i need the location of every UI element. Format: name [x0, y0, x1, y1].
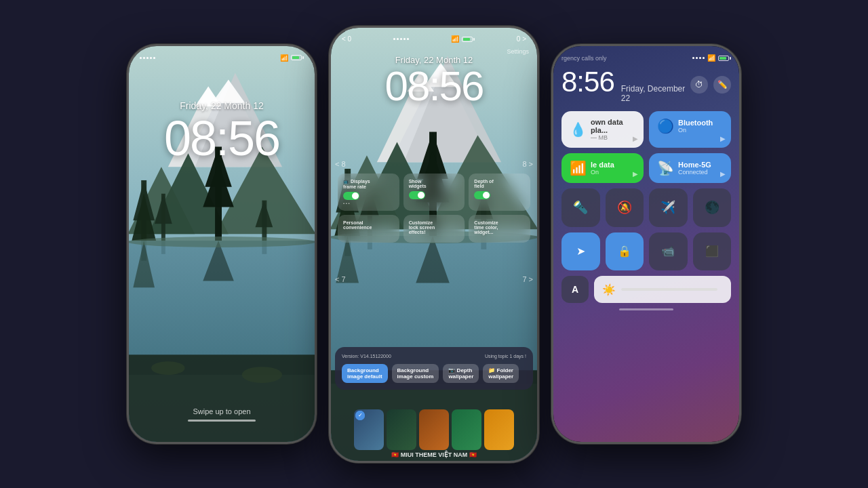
cc-silent-btn[interactable]: 🔕 [606, 188, 644, 227]
cc-bluetooth-inner: 🔵 Bluetooth On [657, 118, 723, 134]
cc-status-row: rgency calls only 📶 [561, 54, 731, 62]
lock-date: Friday, 22 Month 12 [180, 100, 263, 111]
cc-bluetooth-arrow: ▶ [720, 135, 726, 142]
widget-show-title: Showwidgets [409, 179, 460, 188]
cc-darkmode-btn[interactable]: 🌑 [693, 188, 732, 227]
cc-actions: ➤ 🔒 📹 ⬛ [561, 232, 731, 271]
version-row: Version: V14.15122000 Using topic 1 days… [342, 354, 526, 359]
widget-depth-title: Depth offield [474, 179, 525, 188]
widget-displays-title: 📺 Displaysframe rate [343, 179, 394, 189]
cc-cellular-label: own data pla... [591, 118, 635, 134]
cc-mobiledata-info: le data On [591, 161, 614, 176]
wallpaper-thumb-1[interactable]: ✓ [354, 409, 384, 450]
cc-bottom-row: A ☀️ [561, 276, 731, 303]
status-icons: 📶 [280, 54, 304, 62]
cc-time-row: 8:56 Friday, December 22 ⏱ ✏️ [561, 66, 731, 103]
widget-displays-toggle[interactable] [343, 192, 359, 200]
btn-folder[interactable]: 📁 Folderwallpaper [483, 364, 519, 383]
widget-depth-toggle[interactable] [474, 191, 490, 199]
nav-left-lower[interactable]: < 7 [335, 275, 346, 283]
nav-left-mid[interactable]: < 8 [335, 160, 346, 168]
cc-cellular-sub: — MB [591, 134, 635, 141]
widget-personal-title: Personalconvenience [343, 220, 394, 230]
miui-branding: 🇻🇳 MIUI THEME VIỆT NAM 🇻🇳 [331, 451, 537, 461]
cc-wifi-inner: 📡 Home-5G Connected [657, 160, 723, 176]
btn-bg-custom[interactable]: Backgroundimage custom [392, 364, 439, 383]
cc-mobiledata-sub: On [591, 169, 614, 176]
bottom-toolbar: Version: V14.15122000 Using topic 1 days… [335, 347, 533, 390]
cc-battery [718, 56, 731, 61]
nav-arrows-mid: < 8 8 > [331, 160, 537, 168]
brightness-slider[interactable]: ☀️ [594, 276, 731, 303]
widget-displays-dots: • • • [343, 201, 394, 205]
cc-wifi-info: Home-5G Connected [678, 161, 711, 176]
cc-bluetooth-info: Bluetooth On [678, 119, 713, 134]
brightness-icon: ☀️ [602, 283, 616, 296]
cc-wifi-arrow: ▶ [720, 170, 726, 178]
cc-cellular-icon: 💧 [570, 121, 587, 138]
cc-tile-bluetooth[interactable]: 🔵 Bluetooth On ▶ [649, 111, 731, 148]
nav-right-lower[interactable]: 7 > [522, 275, 533, 283]
control-center: rgency calls only 📶 8:56 [553, 46, 739, 442]
cc-location-btn[interactable]: ➤ [561, 232, 600, 271]
using-text: Using topic 1 days ! [485, 354, 526, 359]
cc-wifi-label: Home-5G [678, 161, 711, 169]
cc-text-size-btn[interactable]: A [561, 276, 589, 303]
cc-edit-btn[interactable]: ✏️ [713, 76, 731, 94]
lock-content: Friday, 22 Month 12 08:56 [129, 46, 315, 442]
cc-emergency: rgency calls only [561, 55, 607, 62]
widget-customize-lock-title: Customizelock screeneffects! [409, 220, 460, 235]
cc-tiles-grid: 💧 own data pla... — MB ▶ 🔵 Bluetooth [561, 111, 731, 183]
cc-screenrecord-btn[interactable]: 📹 [649, 232, 688, 271]
cc-time-wrapper: 8:56 Friday, December 22 [561, 66, 690, 103]
wifi-icon: 📶 [280, 54, 288, 62]
cc-mirror-btn[interactable]: ⬛ [693, 232, 732, 271]
cc-timer-btn[interactable]: ⏱ [690, 76, 708, 94]
cc-flashlight-btn[interactable]: 🔦 [561, 188, 600, 227]
cc-cellular-arrow: ▶ [633, 135, 638, 142]
cc-tile-mobiledata[interactable]: 📶 le data On ▶ [561, 153, 644, 183]
cc-bluetooth-label: Bluetooth [678, 119, 713, 127]
nav-arrows-lower: < 7 7 > [331, 275, 537, 283]
cc-tile-cellular[interactable]: 💧 own data pla... — MB ▶ [561, 111, 644, 148]
wallpaper-thumb-4[interactable] [452, 409, 481, 450]
cc-time-date: 8:56 Friday, December 22 [561, 66, 690, 103]
wallpaper-thumb-5[interactable] [484, 409, 514, 450]
wallpaper-thumb-3[interactable] [419, 409, 449, 450]
battery-icon-home [462, 37, 475, 42]
nav-right-mid[interactable]: 8 > [522, 160, 533, 168]
cc-rotation-btn[interactable]: 🔒 [606, 232, 644, 271]
status-icons-home: 📶 [451, 35, 475, 43]
cc-tile-wifi[interactable]: 📡 Home-5G Connected ▶ [649, 153, 731, 183]
cc-wifi-tile-icon: 📡 [657, 160, 674, 176]
widget-show-toggle[interactable] [409, 191, 425, 199]
wifi-icon-home: 📶 [451, 35, 459, 43]
signal-dots-home [393, 38, 409, 40]
widget-depth[interactable]: Depth offield [469, 174, 530, 211]
battery-icon [291, 55, 304, 60]
cc-bluetooth-icon: 🔵 [657, 118, 674, 134]
widget-displays[interactable]: 📺 Displaysframe rate • • • [338, 174, 399, 211]
cc-signal-dots [692, 57, 705, 59]
widget-customize-lock[interactable]: Customizelock screeneffects! [403, 215, 465, 243]
cc-status-right: 📶 [692, 54, 731, 62]
widget-customize-time-title: Customizetime color,widget... [474, 220, 525, 235]
widgets-area: 📺 Displaysframe rate • • • Showwidgets D… [338, 174, 530, 243]
wallpaper-thumb-2[interactable] [387, 409, 416, 450]
widget-personal[interactable]: Personalconvenience [338, 215, 399, 243]
btn-bg-default[interactable]: Backgroundimage default [342, 364, 388, 383]
cc-wifi-sub: Connected [678, 169, 711, 176]
widget-customize-time[interactable]: Customizetime color,widget... [469, 215, 530, 243]
status-bar: 📶 [129, 46, 315, 65]
home-datetime: Friday, 22 Month 12 08:56 [331, 55, 537, 107]
cc-airplane-btn[interactable]: ✈️ [649, 188, 688, 227]
cc-toggles: 🔦 🔕 ✈️ 🌑 [561, 188, 731, 227]
btn-depth[interactable]: 📷 Depthwallpaper [443, 364, 479, 383]
widget-show[interactable]: Showwidgets [403, 174, 465, 211]
home-indicator [619, 308, 673, 310]
cc-mobiledata-inner: 📶 le data On [570, 160, 635, 176]
cc-cellular-inner: 💧 own data pla... — MB [570, 118, 635, 141]
home-time: 08:56 [331, 65, 537, 107]
cc-date: Friday, December 22 [621, 84, 690, 103]
phone-lockscreen: 📶 Friday, 22 Month 12 08:56 Swipe up to … [127, 44, 317, 444]
